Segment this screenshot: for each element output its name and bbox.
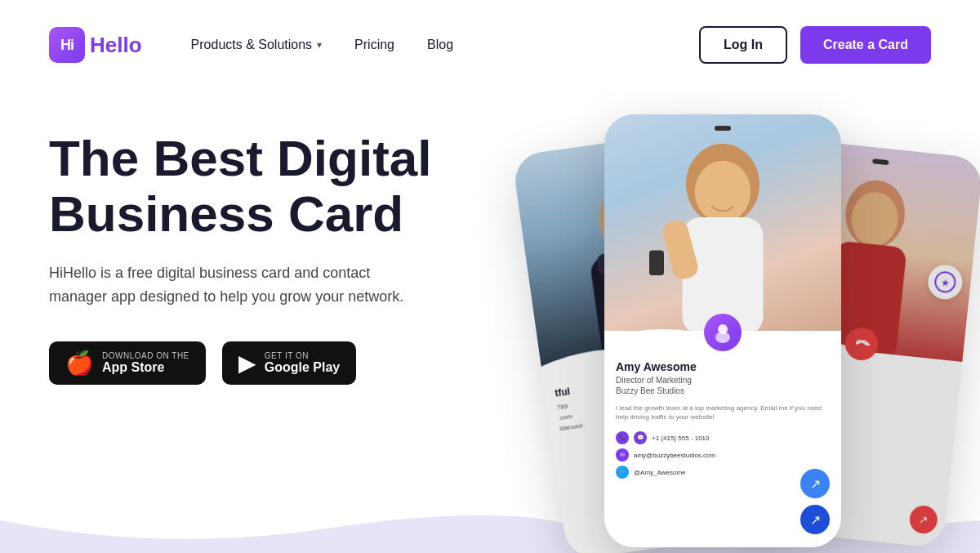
main-card-twitter: @Amy_Awesome [634,469,686,476]
save-button[interactable]: ↗ [800,505,830,534]
hero-title: The Best Digital Business Card [49,131,498,242]
nav-blog[interactable]: Blog [427,38,453,52]
contact-email-row: ✉ amy@buzzybeestudios.com [616,448,830,462]
chevron-down-icon: ▾ [317,39,322,51]
brand-icon [712,322,733,343]
right-action-buttons: ↗ [908,504,938,534]
main-action-buttons: ↗ ↗ [800,469,830,534]
person-silhouette-woman [604,136,841,332]
nav-actions: Log In Create a Card [699,26,931,64]
nav-pricing[interactable]: Pricing [354,38,394,52]
svg-point-11 [715,332,730,343]
phone-notch-main [715,126,731,131]
phones-container: tful 789 .com ldanusd ↪ [539,98,964,553]
sms-icon: 💬 [634,431,647,444]
contact-twitter-row: 🐦 @Amy_Awesome [616,466,830,479]
infinity-icon [852,334,871,354]
main-card-content: Amy Awesome Director of Marketing Buzzy … [604,349,841,487]
hero-content: The Best Digital Business Card HiHello i… [49,90,498,385]
svg-rect-9 [649,250,664,275]
navbar: Hi Hello Products & Solutions ▾ Pricing … [0,0,980,90]
right-action-btn[interactable]: ↗ [908,504,938,534]
twitter-icon: 🐦 [616,466,629,479]
phone-card-main: Amy Awesome Director of Marketing Buzzy … [604,114,841,547]
logo-text: Hello [90,33,142,58]
main-card-phone: +1 (415) 555 - 1010 [652,435,710,442]
hero-phones: tful 789 .com ldanusd ↪ [498,90,931,553]
store-buttons: 🍎 Download on the App Store ▶ GET IT ON … [49,341,498,385]
hero-section: The Best Digital Business Card HiHello i… [0,90,980,553]
main-card-email: amy@buzzybeestudios.com [634,452,715,459]
hero-description: HiHello is a free digital business card … [49,261,425,309]
email-icon: ✉ [616,448,629,462]
award-icon: ★ [933,270,958,295]
login-button[interactable]: Log In [699,26,787,64]
main-phone-photo [604,114,841,331]
apple-icon: 🍎 [65,350,94,377]
main-card-title: Director of Marketing [616,376,830,385]
logo-icon: Hi [49,27,85,63]
main-card-bio: I lead the growth team at a top marketin… [616,404,830,421]
brand-avatar-main [704,314,742,351]
phone-icon: 📞 [616,431,629,444]
create-card-button[interactable]: Create a Card [800,26,931,64]
contact-phone-row: 📞 💬 +1 (415) 555 - 1010 [616,431,830,444]
nav-links: Products & Solutions ▾ Pricing Blog [191,38,699,52]
share-button[interactable]: ↗ [800,469,830,498]
main-card-name: Amy Awesome [616,360,830,373]
svg-text:★: ★ [940,277,950,289]
app-store-button[interactable]: 🍎 Download on the App Store [49,341,206,385]
google-play-button[interactable]: ▶ GET IT ON Google Play [222,341,356,385]
nav-products[interactable]: Products & Solutions ▾ [191,38,323,52]
svg-point-6 [695,160,751,222]
logo[interactable]: Hi Hello [49,27,142,63]
google-play-icon: ▶ [238,350,256,377]
main-card-company: Buzzy Bee Studios [616,386,830,395]
